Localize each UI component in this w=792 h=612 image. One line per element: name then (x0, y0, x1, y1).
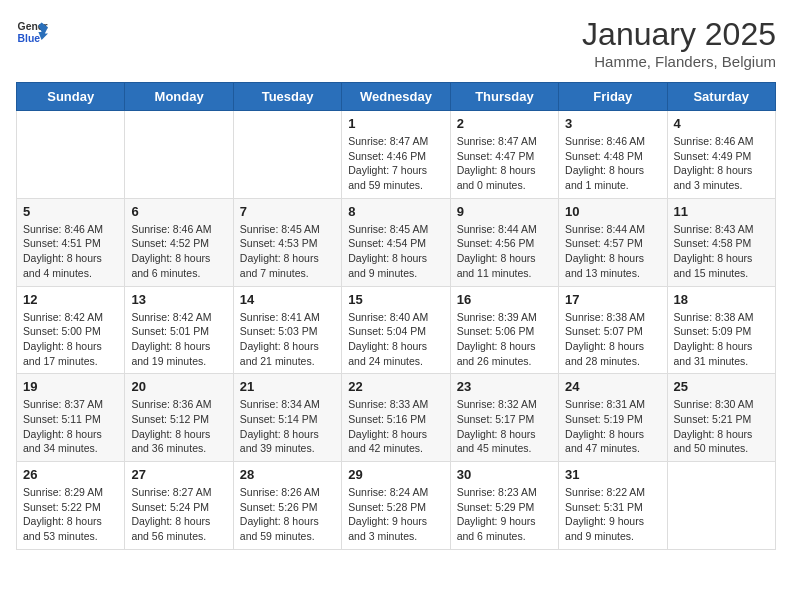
day-cell: 30Sunrise: 8:23 AM Sunset: 5:29 PM Dayli… (450, 462, 558, 550)
day-info: Sunrise: 8:47 AM Sunset: 4:46 PM Dayligh… (348, 134, 443, 193)
day-cell (667, 462, 775, 550)
day-number: 27 (131, 467, 226, 482)
day-number: 17 (565, 292, 660, 307)
day-cell: 31Sunrise: 8:22 AM Sunset: 5:31 PM Dayli… (559, 462, 667, 550)
day-number: 30 (457, 467, 552, 482)
day-cell: 25Sunrise: 8:30 AM Sunset: 5:21 PM Dayli… (667, 374, 775, 462)
day-info: Sunrise: 8:36 AM Sunset: 5:12 PM Dayligh… (131, 397, 226, 456)
day-cell: 15Sunrise: 8:40 AM Sunset: 5:04 PM Dayli… (342, 286, 450, 374)
day-cell: 26Sunrise: 8:29 AM Sunset: 5:22 PM Dayli… (17, 462, 125, 550)
day-number: 23 (457, 379, 552, 394)
day-info: Sunrise: 8:38 AM Sunset: 5:09 PM Dayligh… (674, 310, 769, 369)
day-number: 24 (565, 379, 660, 394)
day-cell: 5Sunrise: 8:46 AM Sunset: 4:51 PM Daylig… (17, 198, 125, 286)
calendar: SundayMondayTuesdayWednesdayThursdayFrid… (16, 82, 776, 550)
day-info: Sunrise: 8:27 AM Sunset: 5:24 PM Dayligh… (131, 485, 226, 544)
day-info: Sunrise: 8:45 AM Sunset: 4:54 PM Dayligh… (348, 222, 443, 281)
day-number: 25 (674, 379, 769, 394)
day-number: 26 (23, 467, 118, 482)
header: General Blue January 2025 Hamme, Flander… (16, 16, 776, 70)
day-cell (233, 111, 341, 199)
weekday-header-friday: Friday (559, 83, 667, 111)
day-info: Sunrise: 8:47 AM Sunset: 4:47 PM Dayligh… (457, 134, 552, 193)
day-info: Sunrise: 8:37 AM Sunset: 5:11 PM Dayligh… (23, 397, 118, 456)
day-number: 14 (240, 292, 335, 307)
day-cell: 4Sunrise: 8:46 AM Sunset: 4:49 PM Daylig… (667, 111, 775, 199)
day-number: 3 (565, 116, 660, 131)
day-cell: 24Sunrise: 8:31 AM Sunset: 5:19 PM Dayli… (559, 374, 667, 462)
day-cell: 8Sunrise: 8:45 AM Sunset: 4:54 PM Daylig… (342, 198, 450, 286)
day-info: Sunrise: 8:31 AM Sunset: 5:19 PM Dayligh… (565, 397, 660, 456)
day-info: Sunrise: 8:22 AM Sunset: 5:31 PM Dayligh… (565, 485, 660, 544)
day-cell: 17Sunrise: 8:38 AM Sunset: 5:07 PM Dayli… (559, 286, 667, 374)
day-number: 7 (240, 204, 335, 219)
day-number: 19 (23, 379, 118, 394)
day-number: 13 (131, 292, 226, 307)
day-info: Sunrise: 8:23 AM Sunset: 5:29 PM Dayligh… (457, 485, 552, 544)
weekday-header-wednesday: Wednesday (342, 83, 450, 111)
day-info: Sunrise: 8:42 AM Sunset: 5:00 PM Dayligh… (23, 310, 118, 369)
week-row-5: 26Sunrise: 8:29 AM Sunset: 5:22 PM Dayli… (17, 462, 776, 550)
weekday-header-tuesday: Tuesday (233, 83, 341, 111)
day-number: 1 (348, 116, 443, 131)
day-info: Sunrise: 8:30 AM Sunset: 5:21 PM Dayligh… (674, 397, 769, 456)
day-cell: 2Sunrise: 8:47 AM Sunset: 4:47 PM Daylig… (450, 111, 558, 199)
day-cell: 11Sunrise: 8:43 AM Sunset: 4:58 PM Dayli… (667, 198, 775, 286)
day-number: 10 (565, 204, 660, 219)
day-info: Sunrise: 8:41 AM Sunset: 5:03 PM Dayligh… (240, 310, 335, 369)
day-cell: 16Sunrise: 8:39 AM Sunset: 5:06 PM Dayli… (450, 286, 558, 374)
week-row-2: 5Sunrise: 8:46 AM Sunset: 4:51 PM Daylig… (17, 198, 776, 286)
day-info: Sunrise: 8:38 AM Sunset: 5:07 PM Dayligh… (565, 310, 660, 369)
location-title: Hamme, Flanders, Belgium (582, 53, 776, 70)
day-number: 15 (348, 292, 443, 307)
day-info: Sunrise: 8:32 AM Sunset: 5:17 PM Dayligh… (457, 397, 552, 456)
week-row-3: 12Sunrise: 8:42 AM Sunset: 5:00 PM Dayli… (17, 286, 776, 374)
day-number: 4 (674, 116, 769, 131)
month-title: January 2025 (582, 16, 776, 53)
day-cell: 12Sunrise: 8:42 AM Sunset: 5:00 PM Dayli… (17, 286, 125, 374)
day-cell: 9Sunrise: 8:44 AM Sunset: 4:56 PM Daylig… (450, 198, 558, 286)
day-cell: 21Sunrise: 8:34 AM Sunset: 5:14 PM Dayli… (233, 374, 341, 462)
svg-text:Blue: Blue (18, 33, 41, 44)
day-cell: 10Sunrise: 8:44 AM Sunset: 4:57 PM Dayli… (559, 198, 667, 286)
day-info: Sunrise: 8:44 AM Sunset: 4:56 PM Dayligh… (457, 222, 552, 281)
title-area: January 2025 Hamme, Flanders, Belgium (582, 16, 776, 70)
day-info: Sunrise: 8:46 AM Sunset: 4:52 PM Dayligh… (131, 222, 226, 281)
day-number: 16 (457, 292, 552, 307)
day-info: Sunrise: 8:46 AM Sunset: 4:48 PM Dayligh… (565, 134, 660, 193)
day-info: Sunrise: 8:44 AM Sunset: 4:57 PM Dayligh… (565, 222, 660, 281)
day-number: 9 (457, 204, 552, 219)
day-cell: 27Sunrise: 8:27 AM Sunset: 5:24 PM Dayli… (125, 462, 233, 550)
day-number: 18 (674, 292, 769, 307)
day-cell (17, 111, 125, 199)
day-info: Sunrise: 8:34 AM Sunset: 5:14 PM Dayligh… (240, 397, 335, 456)
week-row-4: 19Sunrise: 8:37 AM Sunset: 5:11 PM Dayli… (17, 374, 776, 462)
week-row-1: 1Sunrise: 8:47 AM Sunset: 4:46 PM Daylig… (17, 111, 776, 199)
day-info: Sunrise: 8:33 AM Sunset: 5:16 PM Dayligh… (348, 397, 443, 456)
day-cell: 29Sunrise: 8:24 AM Sunset: 5:28 PM Dayli… (342, 462, 450, 550)
day-cell: 14Sunrise: 8:41 AM Sunset: 5:03 PM Dayli… (233, 286, 341, 374)
day-info: Sunrise: 8:42 AM Sunset: 5:01 PM Dayligh… (131, 310, 226, 369)
day-cell: 23Sunrise: 8:32 AM Sunset: 5:17 PM Dayli… (450, 374, 558, 462)
day-cell: 3Sunrise: 8:46 AM Sunset: 4:48 PM Daylig… (559, 111, 667, 199)
day-cell: 6Sunrise: 8:46 AM Sunset: 4:52 PM Daylig… (125, 198, 233, 286)
day-info: Sunrise: 8:46 AM Sunset: 4:49 PM Dayligh… (674, 134, 769, 193)
day-number: 12 (23, 292, 118, 307)
day-info: Sunrise: 8:45 AM Sunset: 4:53 PM Dayligh… (240, 222, 335, 281)
day-info: Sunrise: 8:43 AM Sunset: 4:58 PM Dayligh… (674, 222, 769, 281)
day-info: Sunrise: 8:26 AM Sunset: 5:26 PM Dayligh… (240, 485, 335, 544)
day-number: 22 (348, 379, 443, 394)
weekday-header-thursday: Thursday (450, 83, 558, 111)
day-info: Sunrise: 8:40 AM Sunset: 5:04 PM Dayligh… (348, 310, 443, 369)
weekday-header-sunday: Sunday (17, 83, 125, 111)
day-cell: 7Sunrise: 8:45 AM Sunset: 4:53 PM Daylig… (233, 198, 341, 286)
logo: General Blue (16, 16, 48, 48)
day-info: Sunrise: 8:39 AM Sunset: 5:06 PM Dayligh… (457, 310, 552, 369)
day-number: 2 (457, 116, 552, 131)
day-number: 11 (674, 204, 769, 219)
day-cell: 1Sunrise: 8:47 AM Sunset: 4:46 PM Daylig… (342, 111, 450, 199)
day-number: 20 (131, 379, 226, 394)
day-cell: 18Sunrise: 8:38 AM Sunset: 5:09 PM Dayli… (667, 286, 775, 374)
day-number: 31 (565, 467, 660, 482)
day-cell: 28Sunrise: 8:26 AM Sunset: 5:26 PM Dayli… (233, 462, 341, 550)
